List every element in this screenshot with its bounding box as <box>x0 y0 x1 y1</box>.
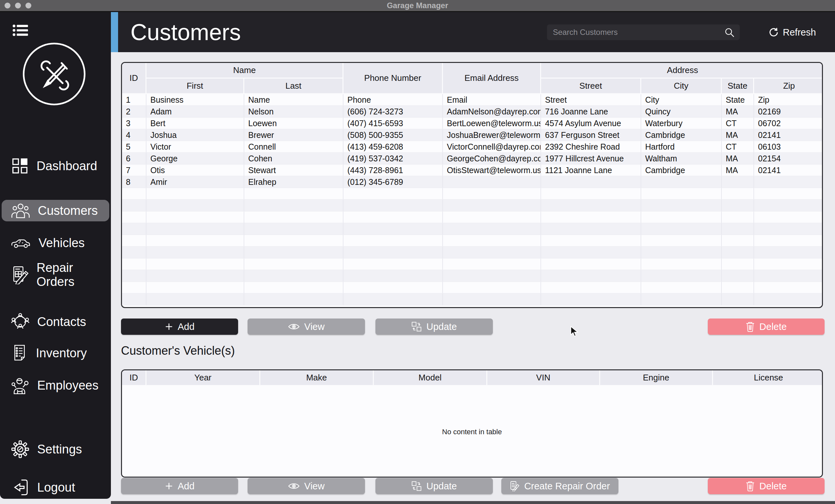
sidebar-item-dashboard[interactable]: Dashboard <box>0 155 111 176</box>
update-icon <box>411 481 422 491</box>
refresh-button[interactable]: Refresh <box>769 24 816 41</box>
add-customer-button[interactable]: Add <box>121 318 238 335</box>
sidebar-item-inventory[interactable]: Inventory <box>0 343 111 363</box>
customer-row[interactable]: 3BertLoewen(407) 415-6593BertLoewen@tele… <box>122 118 823 129</box>
empty-row[interactable] <box>122 282 823 294</box>
search-icon[interactable] <box>724 27 735 38</box>
col-header-id[interactable]: ID <box>122 63 146 94</box>
sidebar-item-settings[interactable]: Settings <box>0 439 111 460</box>
table-cell <box>641 282 722 294</box>
empty-row[interactable] <box>122 223 823 235</box>
table-cell: George <box>146 153 244 165</box>
table-cell <box>641 270 722 282</box>
customer-row[interactable]: 5VictorConnell(413) 459-6208VictorConnel… <box>122 141 823 153</box>
col-header-state[interactable]: State <box>722 79 754 94</box>
table-cell: Connell <box>244 141 344 153</box>
table-cell: Business <box>146 94 244 106</box>
col-header-first[interactable]: First <box>146 79 244 94</box>
empty-row[interactable] <box>122 235 823 247</box>
table-cell <box>146 270 244 282</box>
table-cell: VictorConnell@dayrep.com <box>443 141 541 153</box>
table-cell <box>122 235 146 247</box>
empty-row[interactable] <box>122 200 823 212</box>
search-input[interactable] <box>547 24 724 40</box>
empty-row[interactable] <box>122 212 823 223</box>
sidebar-item-vehicles[interactable]: Vehicles <box>0 232 111 253</box>
customer-row[interactable]: 2AdamNelson(606) 724-3273AdamNelson@dayr… <box>122 106 823 118</box>
table-cell <box>722 212 754 223</box>
empty-row[interactable] <box>122 294 823 306</box>
search-box <box>547 24 740 40</box>
contacts-icon <box>11 313 29 331</box>
update-customer-button[interactable]: Update <box>375 318 493 335</box>
empty-row[interactable] <box>122 188 823 200</box>
col-header-address[interactable]: Address <box>541 63 823 79</box>
table-cell <box>722 188 754 200</box>
table-cell <box>244 282 344 294</box>
table-cell: 1977 Hillcrest Avenue <box>541 153 641 165</box>
table-cell: 1 <box>122 94 146 106</box>
view-customer-button[interactable]: View <box>248 318 365 335</box>
sidebar-item-customers[interactable]: Customers <box>2 200 109 222</box>
logout-icon <box>11 479 29 496</box>
sidebar-item-label: Dashboard <box>37 159 97 173</box>
sidebar-item-contacts[interactable]: Contacts <box>0 311 111 332</box>
sidebar-item-label: Logout <box>37 481 75 495</box>
table-cell: Quincy <box>641 106 722 118</box>
col-header-phone[interactable]: Phone Number <box>344 63 443 94</box>
col-header-email[interactable]: Email Address <box>443 63 541 94</box>
customer-row[interactable]: 6GeorgeCohen(419) 537-0342GeorgeCohen@da… <box>122 153 823 165</box>
table-cell <box>344 212 443 223</box>
col-header-name[interactable]: Name <box>146 63 344 79</box>
col-header-zip[interactable]: Zip <box>754 79 823 94</box>
customer-row[interactable]: 4JoshuaBrewer(508) 500-9355JoshuaBrewer@… <box>122 129 823 141</box>
table-cell <box>244 258 344 270</box>
col-header-vin[interactable]: VIN <box>487 370 600 386</box>
table-cell <box>443 282 541 294</box>
table-cell <box>541 294 641 306</box>
update-vehicle-button[interactable]: Update <box>375 478 493 494</box>
col-header-year[interactable]: Year <box>146 370 260 386</box>
table-cell <box>722 270 754 282</box>
table-cell <box>344 270 443 282</box>
empty-row[interactable] <box>122 247 823 258</box>
customer-row[interactable]: 7OtisStewart(443) 728-8961OtisStewart@te… <box>122 165 823 176</box>
table-cell <box>754 258 823 270</box>
employee-icon <box>11 376 29 395</box>
car-icon <box>11 237 30 249</box>
table-cell <box>754 212 823 223</box>
col-header-license[interactable]: License <box>713 370 823 386</box>
table-cell: Name <box>244 94 344 106</box>
table-cell: MA <box>722 165 754 176</box>
view-vehicle-button[interactable]: View <box>248 478 365 494</box>
col-header-city[interactable]: City <box>641 79 722 94</box>
table-cell <box>754 294 823 306</box>
create-repair-order-button[interactable]: Create Repair Order <box>501 478 618 494</box>
customer-row[interactable]: 8AmirElrahep(012) 345-6789 <box>122 176 823 188</box>
refresh-label: Refresh <box>783 27 816 38</box>
menu-icon[interactable] <box>13 24 29 37</box>
empty-row[interactable] <box>122 258 823 270</box>
sidebar-item-employees[interactable]: Employees <box>0 375 111 396</box>
col-header-street[interactable]: Street <box>541 79 641 94</box>
table-cell: 02169 <box>754 106 823 118</box>
table-cell: 02141 <box>754 129 823 141</box>
col-header-last[interactable]: Last <box>244 79 344 94</box>
table-cell: (413) 459-6208 <box>344 141 443 153</box>
sidebar-item-logout[interactable]: Logout <box>0 477 111 498</box>
customer-row[interactable]: 1BusinessNamePhoneEmailStreetCityStateZi… <box>122 94 823 106</box>
table-cell: Bert <box>146 118 244 129</box>
add-vehicle-button[interactable]: Add <box>121 478 238 494</box>
sidebar-item-repair-orders[interactable]: Repair Orders <box>0 265 111 285</box>
table-cell: Zip <box>754 94 823 106</box>
delete-vehicle-button[interactable]: Delete <box>708 478 824 494</box>
plus-icon <box>165 322 173 331</box>
col-header-vehicle-id[interactable]: ID <box>122 370 146 386</box>
col-header-make[interactable]: Make <box>260 370 374 386</box>
col-header-model[interactable]: Model <box>374 370 487 386</box>
delete-customer-button[interactable]: Delete <box>708 318 824 335</box>
empty-row[interactable] <box>122 270 823 282</box>
table-cell <box>754 200 823 212</box>
accent-stripe <box>111 12 118 52</box>
col-header-engine[interactable]: Engine <box>600 370 713 386</box>
